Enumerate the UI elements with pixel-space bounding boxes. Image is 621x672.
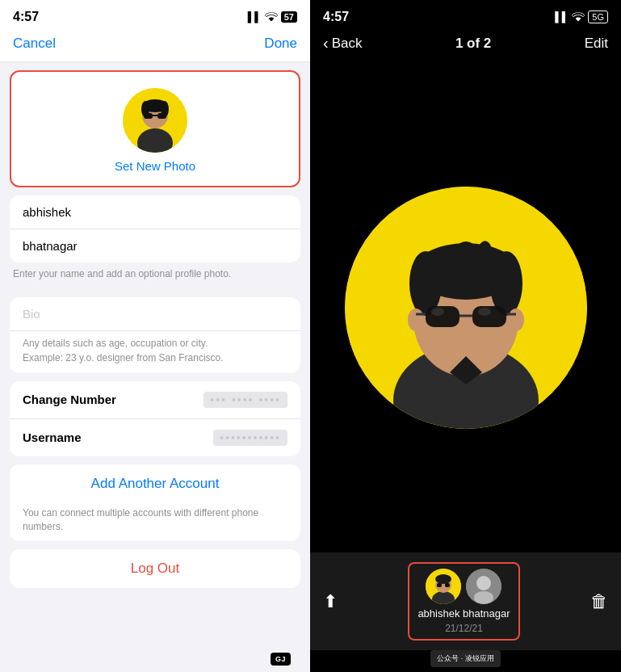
bio-hint: Any details such as age, occupation or c… [10, 331, 300, 373]
svg-point-32 [435, 574, 451, 584]
first-name-field[interactable]: abhishek [10, 195, 300, 229]
nav-bar-right: ‹ Back 1 of 2 Edit [310, 29, 621, 62]
trash-icon[interactable]: 🗑 [590, 591, 608, 612]
watermark-text-right: 公众号 · 凌锐应用 [437, 654, 494, 662]
wifi-icon-right [572, 11, 585, 23]
thumb-avatar-1 [426, 569, 461, 604]
left-panel: 4:57 ▌▌ 57 Cancel Done [0, 0, 310, 672]
add-account-hint: You can connect multiple accounts with d… [10, 503, 300, 542]
edit-button[interactable]: Edit [585, 36, 608, 52]
logout-button[interactable]: Log Out [10, 549, 300, 588]
svg-point-19 [408, 309, 424, 331]
logout-section: Log Out [10, 549, 300, 588]
change-number-row[interactable]: Change Number ••• •••• •••• [10, 381, 300, 419]
bio-placeholder[interactable]: Bio [10, 297, 300, 331]
watermark-left: GJ [271, 653, 300, 666]
battery-left: 57 [281, 11, 297, 23]
change-number-value: ••• •••• •••• [204, 392, 287, 408]
contact-date: 21/12/21 [445, 623, 483, 634]
signal-icon-left: ▌▌ [248, 11, 262, 23]
username-value: ••••••••••• [213, 430, 287, 446]
add-account-section: Add Another Account You can connect mult… [10, 464, 300, 542]
thumb-avatar-2 [466, 569, 501, 604]
main-photo-area [310, 62, 621, 552]
thumbnail-container: abhishek bhatnagar 21/12/21 [408, 562, 519, 640]
watermark-right: 公众号 · 凌锐应用 [430, 650, 501, 667]
svg-rect-6 [144, 113, 153, 119]
main-avatar-circle [345, 187, 587, 429]
share-icon[interactable]: ⬆ [323, 591, 338, 612]
watermark-badge-left: GJ [271, 653, 291, 666]
wifi-icon-left [265, 11, 278, 23]
add-account-button[interactable]: Add Another Account [10, 464, 300, 503]
svg-point-20 [508, 309, 524, 331]
svg-point-37 [474, 591, 493, 604]
time-right: 4:57 [323, 10, 349, 24]
svg-point-26 [431, 308, 444, 316]
done-button[interactable]: Done [264, 36, 297, 52]
cancel-button[interactable]: Cancel [13, 36, 56, 52]
name-hint: Enter your name and add an optional prof… [0, 262, 310, 289]
name-form-section: abhishek bhatnagar [10, 195, 300, 262]
right-panel: 4:57 ▌▌ 5G ‹ Back 1 of 2 Edit [310, 0, 621, 672]
thumb-images [426, 569, 501, 604]
bio-section: Bio Any details such as age, occupation … [10, 297, 300, 373]
back-button[interactable]: ‹ Back [323, 34, 362, 52]
photo-section[interactable]: Set New Photo [10, 70, 300, 187]
change-number-label: Change Number [23, 393, 116, 406]
status-bar-right: 4:57 ▌▌ 5G [310, 0, 621, 29]
last-name-field[interactable]: bhatnagar [10, 229, 300, 262]
status-icons-left: ▌▌ 57 [248, 11, 297, 23]
svg-rect-34 [445, 583, 450, 587]
status-bar-left: 4:57 ▌▌ 57 [0, 0, 310, 29]
avatar[interactable] [123, 88, 187, 153]
svg-rect-33 [437, 583, 442, 587]
chevron-left-icon: ‹ [323, 34, 329, 52]
svg-point-36 [476, 576, 491, 590]
back-label: Back [332, 36, 363, 52]
nav-bar-left: Cancel Done [0, 29, 310, 62]
signal-icon-right: ▌▌ [555, 11, 569, 23]
username-label: Username [23, 430, 82, 444]
svg-point-27 [478, 308, 491, 316]
settings-section: Change Number ••• •••• •••• Username •••… [10, 381, 300, 456]
status-icons-right: ▌▌ 5G [555, 10, 608, 23]
svg-rect-7 [157, 113, 166, 119]
set-photo-label[interactable]: Set New Photo [115, 159, 195, 173]
battery-right: 5G [588, 10, 608, 23]
svg-point-18 [451, 242, 480, 277]
page-indicator: 1 of 2 [455, 36, 491, 52]
username-row[interactable]: Username ••••••••••• [10, 419, 300, 456]
bottom-strip: ⬆ [310, 552, 621, 650]
contact-name: abhishek bhatnagar [417, 607, 510, 620]
time-left: 4:57 [13, 10, 39, 24]
